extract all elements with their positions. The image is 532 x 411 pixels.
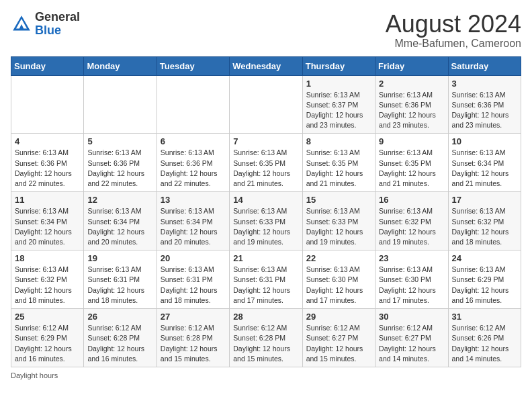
day-cell: 19Sunrise: 6:13 AMSunset: 6:31 PMDayligh… [84,250,157,309]
day-cell: 22Sunrise: 6:13 AMSunset: 6:30 PMDayligh… [302,250,375,309]
day-info: Sunrise: 6:13 AMSunset: 6:32 PMDaylight:… [15,265,80,306]
day-info: Sunrise: 6:13 AMSunset: 6:36 PMDaylight:… [15,148,80,189]
day-number: 21 [233,253,298,263]
day-number: 27 [161,312,226,322]
day-cell: 10Sunrise: 6:13 AMSunset: 6:34 PMDayligh… [448,134,521,192]
weekday-header-thursday: Thursday [302,56,375,75]
day-cell: 1Sunrise: 6:13 AMSunset: 6:37 PMDaylight… [302,75,375,134]
day-info: Sunrise: 6:13 AMSunset: 6:32 PMDaylight:… [379,206,444,247]
day-cell: 3Sunrise: 6:13 AMSunset: 6:36 PMDaylight… [448,75,521,134]
day-cell: 14Sunrise: 6:13 AMSunset: 6:33 PMDayligh… [230,192,302,250]
day-number: 8 [306,136,371,146]
day-number: 13 [161,195,226,205]
day-info: Sunrise: 6:13 AMSunset: 6:33 PMDaylight:… [233,206,298,247]
day-number: 3 [452,79,517,89]
day-number: 1 [306,79,371,89]
day-info: Sunrise: 6:13 AMSunset: 6:30 PMDaylight:… [379,265,444,306]
location: Mme-Bafumen, Cameroon [386,38,521,50]
day-number: 16 [379,195,444,205]
day-info: Sunrise: 6:12 AMSunset: 6:28 PMDaylight:… [233,323,298,364]
day-info: Sunrise: 6:13 AMSunset: 6:34 PMDaylight:… [161,206,226,247]
weekday-header-wednesday: Wednesday [230,56,302,75]
week-row-3: 18Sunrise: 6:13 AMSunset: 6:32 PMDayligh… [11,250,521,309]
day-info: Sunrise: 6:13 AMSunset: 6:35 PMDaylight:… [306,148,371,189]
day-info: Sunrise: 6:12 AMSunset: 6:26 PMDaylight:… [452,323,517,364]
title-area: August 2024 Mme-Bafumen, Cameroon [386,11,521,50]
day-number: 10 [452,136,517,146]
day-info: Sunrise: 6:13 AMSunset: 6:37 PMDaylight:… [306,90,371,131]
day-number: 5 [87,136,152,146]
weekday-header-monday: Monday [84,56,157,75]
weekday-header-tuesday: Tuesday [157,56,229,75]
day-info: Sunrise: 6:13 AMSunset: 6:32 PMDaylight:… [452,206,517,247]
day-number: 25 [15,312,80,322]
day-info: Sunrise: 6:12 AMSunset: 6:27 PMDaylight:… [379,323,444,364]
day-cell: 8Sunrise: 6:13 AMSunset: 6:35 PMDaylight… [302,134,375,192]
day-cell: 23Sunrise: 6:13 AMSunset: 6:30 PMDayligh… [375,250,448,309]
day-info: Sunrise: 6:13 AMSunset: 6:34 PMDaylight:… [452,148,517,189]
day-number: 23 [379,253,444,263]
day-cell: 27Sunrise: 6:12 AMSunset: 6:28 PMDayligh… [157,309,229,367]
day-info: Sunrise: 6:13 AMSunset: 6:36 PMDaylight:… [379,90,444,131]
day-info: Sunrise: 6:13 AMSunset: 6:36 PMDaylight:… [161,148,226,189]
day-cell: 5Sunrise: 6:13 AMSunset: 6:36 PMDaylight… [84,134,157,192]
day-number: 29 [306,312,371,322]
day-cell [11,75,84,134]
day-info: Sunrise: 6:13 AMSunset: 6:31 PMDaylight:… [233,265,298,306]
weekday-header-row: SundayMondayTuesdayWednesdayThursdayFrid… [11,56,521,75]
day-cell: 13Sunrise: 6:13 AMSunset: 6:34 PMDayligh… [157,192,229,250]
day-cell: 29Sunrise: 6:12 AMSunset: 6:27 PMDayligh… [302,309,375,367]
day-info: Sunrise: 6:13 AMSunset: 6:36 PMDaylight:… [87,148,152,189]
day-info: Sunrise: 6:13 AMSunset: 6:29 PMDaylight:… [452,265,517,306]
day-info: Sunrise: 6:13 AMSunset: 6:31 PMDaylight:… [161,265,226,306]
day-cell: 30Sunrise: 6:12 AMSunset: 6:27 PMDayligh… [375,309,448,367]
day-number: 30 [379,312,444,322]
day-info: Sunrise: 6:13 AMSunset: 6:34 PMDaylight:… [15,206,80,247]
week-row-1: 4Sunrise: 6:13 AMSunset: 6:36 PMDaylight… [11,134,521,192]
day-number: 20 [161,253,226,263]
week-row-4: 25Sunrise: 6:12 AMSunset: 6:29 PMDayligh… [11,309,521,367]
day-number: 24 [452,253,517,263]
day-info: Sunrise: 6:13 AMSunset: 6:35 PMDaylight:… [379,148,444,189]
day-cell: 26Sunrise: 6:12 AMSunset: 6:28 PMDayligh… [84,309,157,367]
day-number: 19 [87,253,152,263]
weekday-header-saturday: Saturday [448,56,521,75]
week-row-2: 11Sunrise: 6:13 AMSunset: 6:34 PMDayligh… [11,192,521,250]
day-cell: 4Sunrise: 6:13 AMSunset: 6:36 PMDaylight… [11,134,84,192]
day-cell: 12Sunrise: 6:13 AMSunset: 6:34 PMDayligh… [84,192,157,250]
day-cell: 18Sunrise: 6:13 AMSunset: 6:32 PMDayligh… [11,250,84,309]
day-cell: 31Sunrise: 6:12 AMSunset: 6:26 PMDayligh… [448,309,521,367]
day-info: Sunrise: 6:13 AMSunset: 6:34 PMDaylight:… [87,206,152,247]
footer-note: Daylight hours [11,371,521,379]
logo-icon [11,13,32,35]
day-cell: 28Sunrise: 6:12 AMSunset: 6:28 PMDayligh… [230,309,302,367]
day-info: Sunrise: 6:12 AMSunset: 6:29 PMDaylight:… [15,323,80,364]
calendar-table: SundayMondayTuesdayWednesdayThursdayFrid… [11,56,521,367]
day-cell: 15Sunrise: 6:13 AMSunset: 6:33 PMDayligh… [302,192,375,250]
day-cell [157,75,229,134]
day-number: 28 [233,312,298,322]
day-number: 2 [379,79,444,89]
day-number: 11 [15,195,80,205]
day-number: 6 [161,136,226,146]
logo-text: General Blue [35,11,80,38]
day-info: Sunrise: 6:12 AMSunset: 6:28 PMDaylight:… [161,323,226,364]
day-cell: 21Sunrise: 6:13 AMSunset: 6:31 PMDayligh… [230,250,302,309]
day-cell [84,75,157,134]
day-cell: 20Sunrise: 6:13 AMSunset: 6:31 PMDayligh… [157,250,229,309]
day-info: Sunrise: 6:13 AMSunset: 6:30 PMDaylight:… [306,265,371,306]
day-number: 17 [452,195,517,205]
day-cell: 2Sunrise: 6:13 AMSunset: 6:36 PMDaylight… [375,75,448,134]
weekday-header-friday: Friday [375,56,448,75]
day-number: 12 [87,195,152,205]
day-number: 31 [452,312,517,322]
calendar-header: SundayMondayTuesdayWednesdayThursdayFrid… [11,56,521,75]
month-title: August 2024 [386,11,521,38]
day-info: Sunrise: 6:13 AMSunset: 6:35 PMDaylight:… [233,148,298,189]
calendar-body: 1Sunrise: 6:13 AMSunset: 6:37 PMDaylight… [11,75,521,367]
day-number: 15 [306,195,371,205]
day-cell: 11Sunrise: 6:13 AMSunset: 6:34 PMDayligh… [11,192,84,250]
logo: General Blue [11,11,80,38]
day-cell: 9Sunrise: 6:13 AMSunset: 6:35 PMDaylight… [375,134,448,192]
day-number: 14 [233,195,298,205]
